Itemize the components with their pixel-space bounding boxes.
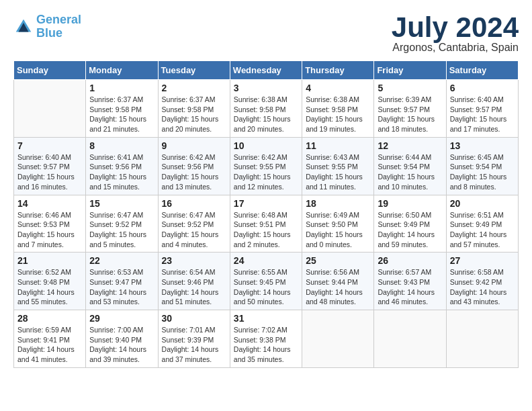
day-info: Sunrise: 6:57 AM Sunset: 9:43 PM Dayligh… — [378, 267, 442, 307]
calendar-cell: 26Sunrise: 6:57 AM Sunset: 9:43 PM Dayli… — [374, 253, 446, 310]
day-info: Sunrise: 6:47 AM Sunset: 9:52 PM Dayligh… — [162, 210, 226, 250]
day-number: 25 — [306, 255, 370, 266]
day-info: Sunrise: 6:47 AM Sunset: 9:52 PM Dayligh… — [89, 210, 154, 250]
calendar-cell: 29Sunrise: 7:00 AM Sunset: 9:40 PM Dayli… — [86, 310, 158, 368]
calendar-cell: 30Sunrise: 7:01 AM Sunset: 9:39 PM Dayli… — [158, 310, 230, 368]
calendar-cell: 21Sunrise: 6:52 AM Sunset: 9:48 PM Dayli… — [14, 253, 86, 310]
calendar-cell: 22Sunrise: 6:53 AM Sunset: 9:47 PM Dayli… — [86, 253, 158, 310]
calendar-week-row: 14Sunrise: 6:46 AM Sunset: 9:53 PM Dayli… — [14, 195, 519, 253]
day-info: Sunrise: 6:50 AM Sunset: 9:49 PM Dayligh… — [378, 210, 442, 250]
calendar-cell: 16Sunrise: 6:47 AM Sunset: 9:52 PM Dayli… — [158, 195, 230, 253]
day-number: 13 — [450, 140, 515, 151]
day-number: 21 — [17, 255, 82, 266]
day-info: Sunrise: 6:38 AM Sunset: 9:58 PM Dayligh… — [234, 95, 298, 134]
logo: General Blue — [13, 13, 81, 40]
day-number: 24 — [234, 255, 298, 266]
day-info: Sunrise: 6:52 AM Sunset: 9:48 PM Dayligh… — [17, 267, 82, 307]
calendar-cell: 10Sunrise: 6:42 AM Sunset: 9:55 PM Dayli… — [230, 137, 302, 195]
day-number: 12 — [378, 140, 442, 151]
calendar-cell: 17Sunrise: 6:48 AM Sunset: 9:51 PM Dayli… — [230, 195, 302, 253]
calendar-cell: 25Sunrise: 6:56 AM Sunset: 9:44 PM Dayli… — [302, 253, 374, 310]
calendar-cell: 6Sunrise: 6:40 AM Sunset: 9:57 PM Daylig… — [446, 80, 518, 138]
day-info: Sunrise: 6:53 AM Sunset: 9:47 PM Dayligh… — [89, 267, 154, 307]
day-info: Sunrise: 6:49 AM Sunset: 9:50 PM Dayligh… — [306, 210, 370, 250]
calendar-cell: 4Sunrise: 6:38 AM Sunset: 9:58 PM Daylig… — [302, 80, 374, 138]
day-number: 17 — [234, 198, 298, 209]
day-info: Sunrise: 6:38 AM Sunset: 9:58 PM Dayligh… — [306, 95, 370, 134]
weekday-header: Thursday — [302, 61, 374, 80]
weekday-header: Wednesday — [230, 61, 302, 80]
day-number: 20 — [450, 198, 515, 209]
day-number: 9 — [162, 140, 226, 151]
calendar-week-row: 28Sunrise: 6:59 AM Sunset: 9:41 PM Dayli… — [14, 310, 519, 368]
calendar-cell: 13Sunrise: 6:45 AM Sunset: 9:54 PM Dayli… — [446, 137, 518, 195]
title-area: July 2024 Argonos, Cantabria, Spain — [392, 13, 519, 54]
day-info: Sunrise: 6:42 AM Sunset: 9:56 PM Dayligh… — [162, 152, 226, 192]
calendar-cell: 2Sunrise: 6:37 AM Sunset: 9:58 PM Daylig… — [158, 80, 230, 138]
day-number: 29 — [89, 313, 154, 324]
calendar-cell: 18Sunrise: 6:49 AM Sunset: 9:50 PM Dayli… — [302, 195, 374, 253]
day-number: 19 — [378, 198, 442, 209]
calendar-cell: 12Sunrise: 6:44 AM Sunset: 9:54 PM Dayli… — [374, 137, 446, 195]
calendar-cell — [374, 310, 446, 368]
day-number: 6 — [450, 83, 515, 93]
logo-text: General Blue — [36, 13, 81, 40]
day-info: Sunrise: 6:55 AM Sunset: 9:45 PM Dayligh… — [234, 267, 298, 307]
calendar-week-row: 21Sunrise: 6:52 AM Sunset: 9:48 PM Dayli… — [14, 253, 519, 310]
calendar-cell: 11Sunrise: 6:43 AM Sunset: 9:55 PM Dayli… — [302, 137, 374, 195]
weekday-header: Saturday — [446, 61, 518, 80]
calendar-cell: 15Sunrise: 6:47 AM Sunset: 9:52 PM Dayli… — [86, 195, 158, 253]
calendar-cell: 28Sunrise: 6:59 AM Sunset: 9:41 PM Dayli… — [14, 310, 86, 368]
month-title: July 2024 — [392, 13, 519, 42]
day-number: 14 — [17, 198, 82, 209]
calendar-cell: 20Sunrise: 6:51 AM Sunset: 9:49 PM Dayli… — [446, 195, 518, 253]
day-number: 18 — [306, 198, 370, 209]
day-info: Sunrise: 6:37 AM Sunset: 9:58 PM Dayligh… — [89, 95, 154, 134]
day-number: 15 — [89, 198, 154, 209]
calendar-cell: 8Sunrise: 6:41 AM Sunset: 9:56 PM Daylig… — [86, 137, 158, 195]
weekday-header: Friday — [374, 61, 446, 80]
day-info: Sunrise: 6:59 AM Sunset: 9:41 PM Dayligh… — [17, 325, 82, 365]
calendar-cell: 1Sunrise: 6:37 AM Sunset: 9:58 PM Daylig… — [86, 80, 158, 138]
day-info: Sunrise: 7:01 AM Sunset: 9:39 PM Dayligh… — [162, 325, 226, 365]
day-number: 8 — [89, 140, 154, 151]
calendar-cell — [446, 310, 518, 368]
day-info: Sunrise: 6:40 AM Sunset: 9:57 PM Dayligh… — [450, 95, 515, 134]
calendar-cell: 23Sunrise: 6:54 AM Sunset: 9:46 PM Dayli… — [158, 253, 230, 310]
day-info: Sunrise: 6:51 AM Sunset: 9:49 PM Dayligh… — [450, 210, 515, 250]
day-number: 4 — [306, 83, 370, 93]
calendar: SundayMondayTuesdayWednesdayThursdayFrid… — [13, 60, 519, 368]
day-info: Sunrise: 6:44 AM Sunset: 9:54 PM Dayligh… — [378, 152, 442, 192]
day-number: 7 — [17, 140, 82, 151]
calendar-cell: 24Sunrise: 6:55 AM Sunset: 9:45 PM Dayli… — [230, 253, 302, 310]
day-number: 1 — [89, 83, 154, 93]
day-info: Sunrise: 6:42 AM Sunset: 9:55 PM Dayligh… — [234, 152, 298, 192]
day-info: Sunrise: 7:00 AM Sunset: 9:40 PM Dayligh… — [89, 325, 154, 365]
day-info: Sunrise: 6:39 AM Sunset: 9:57 PM Dayligh… — [378, 95, 442, 134]
calendar-cell — [14, 80, 86, 138]
day-info: Sunrise: 6:56 AM Sunset: 9:44 PM Dayligh… — [306, 267, 370, 307]
day-number: 30 — [162, 313, 226, 324]
calendar-week-row: 1Sunrise: 6:37 AM Sunset: 9:58 PM Daylig… — [14, 80, 519, 138]
day-number: 22 — [89, 255, 154, 266]
day-info: Sunrise: 6:58 AM Sunset: 9:42 PM Dayligh… — [450, 267, 515, 307]
calendar-cell — [302, 310, 374, 368]
calendar-cell: 14Sunrise: 6:46 AM Sunset: 9:53 PM Dayli… — [14, 195, 86, 253]
header: General Blue July 2024 Argonos, Cantabri… — [13, 13, 519, 54]
day-info: Sunrise: 7:02 AM Sunset: 9:38 PM Dayligh… — [234, 325, 298, 365]
day-info: Sunrise: 6:41 AM Sunset: 9:56 PM Dayligh… — [89, 152, 154, 192]
day-number: 31 — [234, 313, 298, 324]
calendar-cell: 19Sunrise: 6:50 AM Sunset: 9:49 PM Dayli… — [374, 195, 446, 253]
day-number: 16 — [162, 198, 226, 209]
day-number: 28 — [17, 313, 82, 324]
day-info: Sunrise: 6:45 AM Sunset: 9:54 PM Dayligh… — [450, 152, 515, 192]
day-info: Sunrise: 6:54 AM Sunset: 9:46 PM Dayligh… — [162, 267, 226, 307]
weekday-header-row: SundayMondayTuesdayWednesdayThursdayFrid… — [14, 61, 519, 80]
calendar-cell: 5Sunrise: 6:39 AM Sunset: 9:57 PM Daylig… — [374, 80, 446, 138]
calendar-cell: 9Sunrise: 6:42 AM Sunset: 9:56 PM Daylig… — [158, 137, 230, 195]
day-number: 26 — [378, 255, 442, 266]
calendar-cell: 31Sunrise: 7:02 AM Sunset: 9:38 PM Dayli… — [230, 310, 302, 368]
day-number: 23 — [162, 255, 226, 266]
day-number: 5 — [378, 83, 442, 93]
day-number: 27 — [450, 255, 515, 266]
